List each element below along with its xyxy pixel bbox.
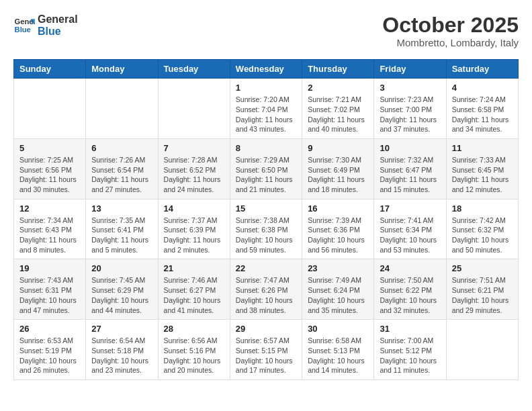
calendar-cell: 12Sunrise: 7:34 AM Sunset: 6:43 PM Dayli… <box>14 199 86 259</box>
day-number: 27 <box>91 324 152 334</box>
calendar-cell: 15Sunrise: 7:38 AM Sunset: 6:38 PM Dayli… <box>230 199 302 259</box>
weekday-header-friday: Friday <box>374 60 446 79</box>
day-info: Sunrise: 7:37 AM Sunset: 6:39 PM Dayligh… <box>164 216 224 255</box>
calendar-cell: 29Sunrise: 6:57 AM Sunset: 5:15 PM Dayli… <box>230 320 302 380</box>
day-info: Sunrise: 7:45 AM Sunset: 6:29 PM Dayligh… <box>91 275 152 315</box>
weekday-header-thursday: Thursday <box>302 60 374 79</box>
logo-general: General <box>38 13 78 26</box>
day-number: 8 <box>236 143 296 153</box>
day-info: Sunrise: 7:26 AM Sunset: 6:54 PM Dayligh… <box>91 155 152 195</box>
page-header: General Blue General Blue October 2025 M… <box>13 13 519 48</box>
weekday-header-sunday: Sunday <box>14 60 86 79</box>
weekday-header-tuesday: Tuesday <box>158 60 230 79</box>
day-number: 23 <box>308 263 368 273</box>
day-info: Sunrise: 7:51 AM Sunset: 6:21 PM Dayligh… <box>452 275 513 315</box>
calendar-cell <box>446 320 518 380</box>
calendar-cell: 22Sunrise: 7:47 AM Sunset: 6:26 PM Dayli… <box>230 259 302 320</box>
day-number: 3 <box>380 83 440 93</box>
day-number: 9 <box>308 143 368 153</box>
day-number: 7 <box>164 143 224 153</box>
day-info: Sunrise: 7:42 AM Sunset: 6:32 PM Dayligh… <box>452 216 513 255</box>
weekday-header-wednesday: Wednesday <box>230 60 302 79</box>
calendar-cell: 30Sunrise: 6:58 AM Sunset: 5:13 PM Dayli… <box>302 320 374 380</box>
week-row-3: 12Sunrise: 7:34 AM Sunset: 6:43 PM Dayli… <box>14 199 519 259</box>
day-info: Sunrise: 7:29 AM Sunset: 6:50 PM Dayligh… <box>236 155 296 195</box>
day-info: Sunrise: 7:47 AM Sunset: 6:26 PM Dayligh… <box>236 275 296 315</box>
calendar-cell: 6Sunrise: 7:26 AM Sunset: 6:54 PM Daylig… <box>86 138 158 199</box>
day-info: Sunrise: 6:57 AM Sunset: 5:15 PM Dayligh… <box>236 336 296 375</box>
day-number: 19 <box>19 263 80 273</box>
calendar-cell: 14Sunrise: 7:37 AM Sunset: 6:39 PM Dayli… <box>158 199 230 259</box>
title-section: October 2025 Mombretto, Lombardy, Italy <box>382 13 519 48</box>
week-row-4: 19Sunrise: 7:43 AM Sunset: 6:31 PM Dayli… <box>14 259 519 320</box>
day-number: 22 <box>236 263 296 273</box>
day-info: Sunrise: 7:46 AM Sunset: 6:27 PM Dayligh… <box>164 275 224 315</box>
day-number: 1 <box>236 83 296 93</box>
calendar-cell: 24Sunrise: 7:50 AM Sunset: 6:22 PM Dayli… <box>374 259 446 320</box>
day-info: Sunrise: 7:28 AM Sunset: 6:52 PM Dayligh… <box>164 155 224 195</box>
day-info: Sunrise: 7:21 AM Sunset: 7:02 PM Dayligh… <box>308 95 368 134</box>
logo-icon: General Blue <box>13 15 35 36</box>
day-info: Sunrise: 7:50 AM Sunset: 6:22 PM Dayligh… <box>380 275 440 315</box>
day-number: 10 <box>380 143 440 153</box>
calendar-cell: 20Sunrise: 7:45 AM Sunset: 6:29 PM Dayli… <box>86 259 158 320</box>
day-number: 30 <box>308 324 368 334</box>
day-info: Sunrise: 7:39 AM Sunset: 6:36 PM Dayligh… <box>308 216 368 255</box>
calendar-cell: 26Sunrise: 6:53 AM Sunset: 5:19 PM Dayli… <box>14 320 86 380</box>
weekday-header-row: SundayMondayTuesdayWednesdayThursdayFrid… <box>14 60 519 79</box>
day-number: 16 <box>308 203 368 214</box>
calendar-cell: 5Sunrise: 7:25 AM Sunset: 6:56 PM Daylig… <box>14 138 86 199</box>
day-info: Sunrise: 7:25 AM Sunset: 6:56 PM Dayligh… <box>19 155 80 195</box>
month-title: October 2025 <box>382 13 519 37</box>
calendar-cell: 19Sunrise: 7:43 AM Sunset: 6:31 PM Dayli… <box>14 259 86 320</box>
day-info: Sunrise: 7:34 AM Sunset: 6:43 PM Dayligh… <box>19 216 80 255</box>
day-number: 29 <box>236 324 296 334</box>
day-number: 28 <box>164 324 224 334</box>
calendar-cell: 10Sunrise: 7:32 AM Sunset: 6:47 PM Dayli… <box>374 138 446 199</box>
day-number: 12 <box>19 203 80 214</box>
day-info: Sunrise: 7:49 AM Sunset: 6:24 PM Dayligh… <box>308 275 368 315</box>
weekday-header-saturday: Saturday <box>446 60 518 79</box>
day-number: 17 <box>380 203 440 214</box>
day-info: Sunrise: 6:58 AM Sunset: 5:13 PM Dayligh… <box>308 336 368 375</box>
day-number: 2 <box>308 83 368 93</box>
calendar-cell <box>86 79 158 139</box>
day-number: 21 <box>164 263 224 273</box>
calendar-cell: 13Sunrise: 7:35 AM Sunset: 6:41 PM Dayli… <box>86 199 158 259</box>
weekday-header-monday: Monday <box>86 60 158 79</box>
calendar-cell: 1Sunrise: 7:20 AM Sunset: 7:04 PM Daylig… <box>230 79 302 139</box>
day-number: 11 <box>452 143 513 153</box>
calendar-cell: 3Sunrise: 7:23 AM Sunset: 7:00 PM Daylig… <box>374 79 446 139</box>
week-row-1: 1Sunrise: 7:20 AM Sunset: 7:04 PM Daylig… <box>14 79 519 139</box>
day-info: Sunrise: 7:30 AM Sunset: 6:49 PM Dayligh… <box>308 155 368 195</box>
day-number: 13 <box>91 203 152 214</box>
day-number: 31 <box>380 324 440 334</box>
day-info: Sunrise: 7:24 AM Sunset: 6:58 PM Dayligh… <box>452 95 513 134</box>
calendar-cell: 18Sunrise: 7:42 AM Sunset: 6:32 PM Dayli… <box>446 199 518 259</box>
location: Mombretto, Lombardy, Italy <box>382 37 519 48</box>
calendar-cell: 31Sunrise: 7:00 AM Sunset: 5:12 PM Dayli… <box>374 320 446 380</box>
calendar-cell: 25Sunrise: 7:51 AM Sunset: 6:21 PM Dayli… <box>446 259 518 320</box>
day-number: 5 <box>19 143 80 153</box>
week-row-2: 5Sunrise: 7:25 AM Sunset: 6:56 PM Daylig… <box>14 138 519 199</box>
calendar-cell <box>158 79 230 139</box>
day-info: Sunrise: 7:38 AM Sunset: 6:38 PM Dayligh… <box>236 216 296 255</box>
calendar-cell: 7Sunrise: 7:28 AM Sunset: 6:52 PM Daylig… <box>158 138 230 199</box>
svg-text:Blue: Blue <box>15 26 31 34</box>
day-number: 26 <box>19 324 80 334</box>
day-number: 14 <box>164 203 224 214</box>
day-info: Sunrise: 7:00 AM Sunset: 5:12 PM Dayligh… <box>380 336 440 375</box>
calendar-cell: 23Sunrise: 7:49 AM Sunset: 6:24 PM Dayli… <box>302 259 374 320</box>
day-info: Sunrise: 7:32 AM Sunset: 6:47 PM Dayligh… <box>380 155 440 195</box>
day-number: 15 <box>236 203 296 214</box>
calendar-cell: 8Sunrise: 7:29 AM Sunset: 6:50 PM Daylig… <box>230 138 302 199</box>
logo: General Blue General Blue <box>13 13 78 37</box>
calendar-cell: 11Sunrise: 7:33 AM Sunset: 6:45 PM Dayli… <box>446 138 518 199</box>
day-info: Sunrise: 7:23 AM Sunset: 7:00 PM Dayligh… <box>380 95 440 134</box>
day-info: Sunrise: 7:20 AM Sunset: 7:04 PM Dayligh… <box>236 95 296 134</box>
day-number: 24 <box>380 263 440 273</box>
week-row-5: 26Sunrise: 6:53 AM Sunset: 5:19 PM Dayli… <box>14 320 519 380</box>
day-info: Sunrise: 7:35 AM Sunset: 6:41 PM Dayligh… <box>91 216 152 255</box>
calendar-cell: 2Sunrise: 7:21 AM Sunset: 7:02 PM Daylig… <box>302 79 374 139</box>
day-info: Sunrise: 7:43 AM Sunset: 6:31 PM Dayligh… <box>19 275 80 315</box>
